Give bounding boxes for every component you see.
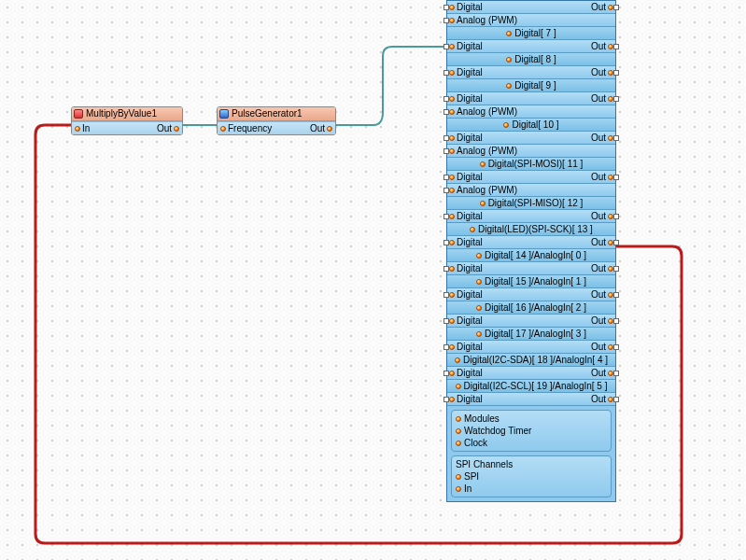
port-right[interactable]: [613, 344, 619, 350]
in-label: In: [82, 123, 90, 133]
port-right[interactable]: [613, 292, 619, 298]
item-icon: [456, 441, 461, 446]
arduino-block[interactable]: DigitalOutAnalog (PWM)Digital[ 7 ]Digita…: [446, 0, 616, 502]
node-title-text: MultiplyByValue1: [86, 108, 157, 119]
wire-layer: [0, 0, 746, 560]
port-right[interactable]: [613, 70, 619, 76]
port-right[interactable]: [613, 44, 619, 49]
port-left[interactable]: [443, 371, 449, 376]
pin-icon: [449, 266, 455, 272]
digital-row[interactable]: DigitalOut: [447, 341, 615, 354]
panel-item[interactable]: SPI: [456, 470, 607, 483]
port-left[interactable]: [443, 109, 449, 115]
out-pin[interactable]: [174, 126, 179, 132]
analog-row[interactable]: Analog (PWM): [447, 105, 615, 119]
pin-icon: [449, 397, 455, 402]
digital-row[interactable]: DigitalOut: [447, 40, 615, 53]
port-right[interactable]: [613, 371, 619, 376]
digital-row[interactable]: DigitalOut: [447, 1, 615, 14]
analog-row[interactable]: Analog (PWM): [447, 14, 615, 27]
header-icon: [476, 279, 482, 285]
port-left[interactable]: [443, 344, 449, 350]
port-left[interactable]: [443, 292, 449, 298]
digital-row[interactable]: DigitalOut: [447, 262, 615, 275]
port-left[interactable]: [443, 18, 449, 23]
digital-row[interactable]: DigitalOut: [447, 315, 615, 328]
header-icon: [506, 83, 512, 89]
header-icon: [476, 305, 482, 311]
header-icon: [455, 357, 460, 363]
port-left[interactable]: [443, 44, 449, 49]
port-right[interactable]: [613, 266, 619, 272]
row-right-label: Out: [591, 133, 606, 143]
digital-row[interactable]: DigitalOut: [447, 132, 615, 145]
header-icon: [480, 201, 486, 206]
port-right[interactable]: [613, 214, 619, 219]
pin-header: Digital[ 16 ]/AnalogIn[ 2 ]: [447, 301, 615, 315]
pin-icon: [449, 214, 455, 219]
panel-item[interactable]: Clock: [456, 437, 607, 449]
port-right[interactable]: [613, 240, 619, 245]
node-multiply-by-value[interactable]: MultiplyByValue1 In Out: [71, 106, 183, 135]
digital-row[interactable]: DigitalOut: [447, 236, 615, 249]
digital-row[interactable]: DigitalOut: [447, 210, 615, 223]
header-icon: [506, 31, 512, 36]
port-left[interactable]: [443, 240, 449, 245]
row-left-label: Digital: [457, 342, 483, 352]
node-pulse-generator[interactable]: PulseGenerator1 Frequency Out: [217, 106, 336, 135]
port-left[interactable]: [443, 5, 449, 10]
row-left-label: Digital: [457, 172, 483, 182]
port-left[interactable]: [443, 135, 449, 141]
digital-row[interactable]: DigitalOut: [447, 92, 615, 105]
digital-row[interactable]: DigitalOut: [447, 367, 615, 380]
port-left[interactable]: [443, 70, 449, 76]
node-row: In Out: [72, 121, 182, 134]
port-left[interactable]: [443, 148, 449, 154]
panel-item[interactable]: In: [456, 483, 607, 495]
port-left[interactable]: [443, 214, 449, 219]
port-right[interactable]: [613, 96, 619, 102]
digital-row[interactable]: DigitalOut: [447, 171, 615, 184]
port-left[interactable]: [443, 188, 449, 193]
row-left-label: Digital: [457, 368, 483, 378]
panel-item[interactable]: Modules: [456, 413, 607, 425]
pin-header: Digital(LED)(SPI-SCK)[ 13 ]: [447, 223, 615, 236]
port-left[interactable]: [443, 266, 449, 272]
port-left[interactable]: [443, 318, 449, 324]
item-icon: [456, 474, 461, 480]
row-left-label: Digital: [457, 394, 483, 404]
item-icon: [456, 416, 461, 422]
row-right-label: Out: [591, 368, 606, 378]
modules-panel[interactable]: ModulesWatchdog TimerClock: [451, 410, 612, 452]
out-pin[interactable]: [327, 126, 332, 132]
header-icon: [476, 253, 482, 259]
in-pin[interactable]: [220, 126, 226, 132]
pin-header: Digital(I2C-SDA)[ 18 ]/AnalogIn[ 4 ]: [447, 354, 615, 367]
item-label: Clock: [464, 438, 487, 448]
port-left[interactable]: [443, 96, 449, 102]
digital-row[interactable]: DigitalOut: [447, 288, 615, 301]
pin-header: Digital[ 9 ]: [447, 79, 615, 92]
row-left-label: Digital: [457, 289, 483, 300]
port-right[interactable]: [613, 135, 619, 141]
port-left[interactable]: [443, 397, 449, 402]
port-right[interactable]: [613, 5, 619, 10]
analog-row[interactable]: Analog (PWM): [447, 184, 615, 197]
pin-icon: [449, 148, 455, 154]
port-right[interactable]: [613, 397, 619, 402]
pin-header: Digital[ 14 ]/AnalogIn[ 0 ]: [447, 249, 615, 262]
panel-item[interactable]: Watchdog Timer: [456, 425, 607, 437]
port-left[interactable]: [443, 175, 449, 180]
pin-icon: [449, 318, 455, 324]
port-right[interactable]: [613, 318, 619, 324]
item-icon: [456, 486, 461, 492]
header-icon: [480, 161, 486, 167]
port-right[interactable]: [613, 175, 619, 180]
digital-row[interactable]: DigitalOut: [447, 66, 615, 79]
digital-row[interactable]: DigitalOut: [447, 393, 615, 406]
item-label: Watchdog Timer: [464, 426, 531, 436]
row-left-label: Digital: [457, 93, 483, 104]
in-pin[interactable]: [75, 126, 80, 132]
analog-row[interactable]: Analog (PWM): [447, 145, 615, 158]
spi-panel[interactable]: SPI ChannelsSPIIn: [451, 455, 612, 497]
